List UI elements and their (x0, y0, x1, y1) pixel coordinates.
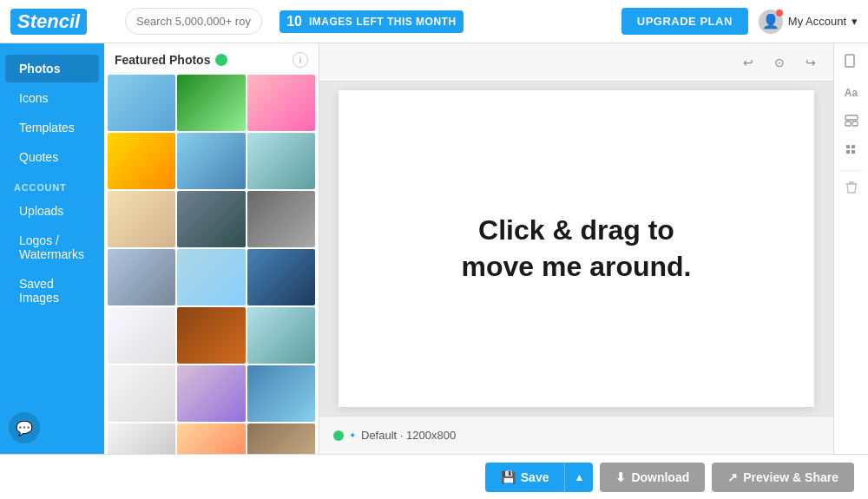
photo-thumb[interactable] (247, 75, 315, 131)
save-dropdown-button[interactable]: ▲ (564, 463, 593, 492)
sidebar-item-saved[interactable]: Saved Images (5, 270, 99, 312)
tool-divider (841, 170, 862, 171)
document-tool-button[interactable] (838, 50, 865, 76)
history-button[interactable]: ⊙ (767, 50, 792, 75)
svg-rect-0 (845, 55, 854, 67)
sidebar-item-photos[interactable]: Photos (5, 55, 99, 82)
photo-thumb[interactable] (108, 365, 175, 422)
layout-icon (845, 115, 858, 130)
svg-rect-2 (845, 121, 851, 126)
photo-thumb[interactable] (177, 191, 245, 247)
photo-thumb[interactable] (177, 75, 245, 131)
text-icon: Aa (845, 87, 858, 99)
images-left-label: IMAGES LEFT THIS MONTH (309, 16, 457, 28)
photo-thumb[interactable] (177, 133, 245, 189)
account-area[interactable]: 👤 My Account ▾ (759, 10, 858, 34)
svg-rect-6 (846, 150, 850, 154)
photo-thumb[interactable] (108, 423, 175, 454)
photo-thumb[interactable] (247, 249, 315, 305)
upgrade-button[interactable]: UPGRADE PLAN (621, 8, 748, 35)
chevron-up-icon: ▲ (574, 471, 584, 483)
photo-thumb[interactable] (177, 423, 245, 454)
photo-panel: Featured Photos i (104, 43, 319, 454)
top-bar: Stencil 10 IMAGES LEFT THIS MONTH UPGRAD… (0, 0, 868, 43)
featured-title: Featured Photos (115, 53, 227, 67)
sidebar-item-logos[interactable]: Logos / Watermarks (5, 227, 99, 268)
canvas-size-badge: ✦ Default · 1200x800 (333, 429, 456, 442)
canvas-toolbar: ↩ ⊙ ↪ (319, 43, 833, 82)
chevron-down-icon: ▾ (852, 15, 858, 28)
left-sidebar: Photos Icons Templates Quotes ACCOUNT Up… (0, 43, 104, 454)
photo-thumb[interactable] (108, 307, 175, 364)
photo-grid (104, 75, 319, 454)
redo-button[interactable]: ↪ (799, 50, 823, 75)
right-tool-panel: Aa (833, 43, 868, 454)
canvas-size-label: Default · 1200x800 (361, 429, 456, 442)
download-button[interactable]: ⬇ Download (600, 463, 705, 492)
photo-thumb[interactable] (247, 423, 315, 454)
canvas-area: ↩ ⊙ ↪ › Click & drag to move me around. (319, 43, 833, 454)
images-left-badge: 10 IMAGES LEFT THIS MONTH (279, 10, 463, 33)
featured-header: Featured Photos i (104, 43, 319, 75)
canvas-wrapper: › Click & drag to move me around. (319, 82, 833, 416)
delete-tool-button[interactable] (838, 176, 865, 202)
main-area: Photos Icons Templates Quotes ACCOUNT Up… (0, 43, 868, 454)
redo-icon: ↪ (806, 56, 816, 69)
photo-thumb[interactable] (247, 191, 315, 247)
account-section-label: ACCOUNT (0, 172, 104, 196)
photo-thumb[interactable] (177, 365, 245, 422)
sidebar-item-templates[interactable]: Templates (5, 114, 99, 141)
images-left-count: 10 (286, 14, 302, 30)
search-input[interactable] (125, 8, 262, 35)
grid-tool-button[interactable] (838, 139, 865, 165)
svg-rect-5 (852, 145, 855, 148)
notification-dot (776, 10, 783, 16)
layout-tool-button[interactable] (838, 109, 865, 135)
photo-thumb[interactable] (247, 365, 315, 422)
download-icon: ⬇ (615, 470, 626, 484)
text-tool-button[interactable]: Aa (838, 80, 865, 106)
grid-icon (845, 144, 858, 160)
sidebar-item-uploads[interactable]: Uploads (5, 197, 99, 225)
green-dot-icon (215, 54, 227, 66)
save-button[interactable]: 💾 Save (485, 463, 565, 492)
chat-button[interactable]: 💬 (9, 412, 40, 443)
photo-thumb[interactable] (108, 249, 175, 305)
canvas[interactable]: Click & drag to move me around. (339, 90, 814, 407)
search-box (125, 8, 262, 35)
app-logo: Stencil (10, 9, 87, 35)
avatar: 👤 (759, 10, 783, 34)
canvas-size-star: ✦ (349, 430, 356, 440)
sidebar-item-icons[interactable]: Icons (5, 84, 99, 112)
photo-thumb[interactable] (108, 191, 175, 247)
undo-button[interactable]: ↩ (736, 50, 760, 75)
undo-icon: ↩ (743, 56, 753, 69)
size-green-dot (333, 430, 344, 441)
chat-icon: 💬 (16, 420, 33, 437)
bottom-bar: 💾 Save ▲ ⬇ Download ↗ Preview & Share (0, 454, 868, 499)
info-icon[interactable]: i (293, 52, 308, 68)
svg-rect-3 (852, 121, 858, 126)
sidebar-item-quotes[interactable]: Quotes (5, 143, 99, 171)
photo-thumb[interactable] (247, 133, 315, 189)
history-icon: ⊙ (774, 56, 785, 69)
featured-label: Featured Photos (115, 53, 210, 67)
photo-thumb[interactable] (177, 307, 245, 364)
logo-area: Stencil (10, 9, 115, 35)
canvas-footer: ✦ Default · 1200x800 (319, 416, 833, 454)
preview-share-button[interactable]: ↗ Preview & Share (712, 463, 854, 492)
save-btn-group: 💾 Save ▲ (485, 463, 594, 492)
photo-thumb[interactable] (177, 249, 245, 305)
svg-rect-1 (845, 115, 858, 120)
save-icon: 💾 (501, 470, 516, 484)
document-icon (845, 54, 858, 73)
trash-icon (845, 181, 858, 198)
account-label: My Account (788, 15, 846, 28)
photo-thumb[interactable] (247, 307, 315, 364)
share-icon: ↗ (727, 470, 738, 484)
canvas-placeholder: Click & drag to move me around. (462, 213, 692, 285)
svg-rect-7 (852, 150, 855, 154)
svg-rect-4 (846, 145, 850, 148)
photo-thumb[interactable] (108, 133, 175, 189)
photo-thumb[interactable] (108, 75, 175, 131)
